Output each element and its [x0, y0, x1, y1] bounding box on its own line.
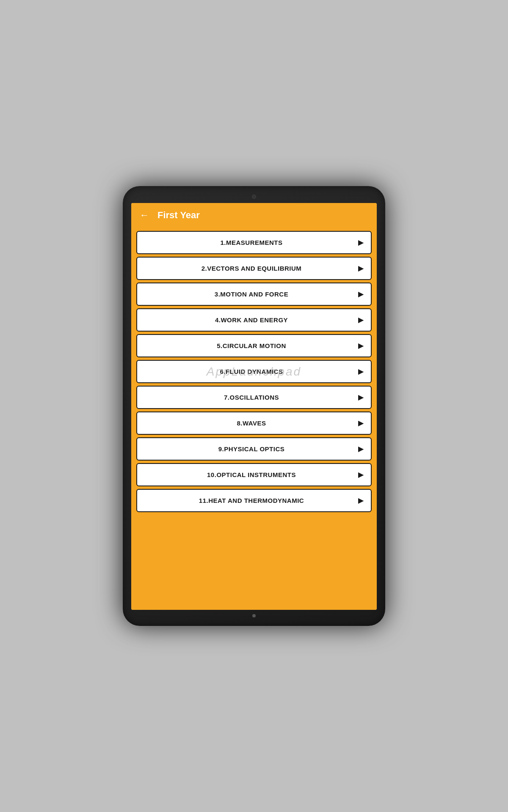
chapter-item[interactable]: 1.MEASUREMENTS▶: [136, 231, 372, 254]
chapter-label: 11.HEAT AND THERMODYNAMIC: [145, 497, 358, 504]
chapter-arrow-icon: ▶: [358, 393, 363, 401]
chapter-arrow-icon: ▶: [358, 445, 363, 453]
chapter-label: 4.WORK AND ENERGY: [145, 316, 358, 324]
chapter-label: 3.MOTION AND FORCE: [145, 291, 358, 298]
chapter-label: 10.OPTICAL INSTRUMENTS: [145, 471, 358, 478]
device-frame: ← First Year 1.MEASUREMENTS▶2.VECTORS AN…: [123, 186, 385, 626]
device-screen: ← First Year 1.MEASUREMENTS▶2.VECTORS AN…: [131, 203, 377, 610]
chapters-list: 1.MEASUREMENTS▶2.VECTORS AND EQUILIBRIUM…: [131, 228, 377, 610]
chapter-label: 2.VECTORS AND EQUILIBRIUM: [145, 265, 358, 272]
chapter-item[interactable]: 5.CIRCULAR MOTION▶: [136, 334, 372, 357]
chapter-label: 7.OSCILLATIONS: [145, 394, 358, 401]
chapter-arrow-icon: ▶: [358, 419, 363, 427]
chapter-item[interactable]: 11.HEAT AND THERMODYNAMIC▶: [136, 489, 372, 512]
chapter-item[interactable]: 9.PHYSICAL OPTICS▶: [136, 437, 372, 461]
home-button[interactable]: [252, 614, 256, 617]
chapter-label: 6.FLUID DYNAMICS: [145, 368, 358, 375]
chapter-arrow-icon: ▶: [358, 342, 363, 350]
chapter-arrow-icon: ▶: [358, 471, 363, 479]
chapter-item[interactable]: AppLaunchpad6.FLUID DYNAMICS▶: [136, 360, 372, 383]
chapter-item[interactable]: 4.WORK AND ENERGY▶: [136, 308, 372, 332]
chapter-item[interactable]: 8.WAVES▶: [136, 411, 372, 435]
chapter-item[interactable]: 10.OPTICAL INSTRUMENTS▶: [136, 463, 372, 486]
chapter-arrow-icon: ▶: [358, 316, 363, 324]
chapter-label: 8.WAVES: [145, 420, 358, 427]
app-header: ← First Year: [131, 203, 377, 228]
chapter-label: 1.MEASUREMENTS: [145, 239, 358, 246]
chapter-arrow-icon: ▶: [358, 368, 363, 376]
chapter-arrow-icon: ▶: [358, 497, 363, 505]
chapter-arrow-icon: ▶: [358, 239, 363, 247]
chapter-item[interactable]: 2.VECTORS AND EQUILIBRIUM▶: [136, 257, 372, 280]
chapter-label: 5.CIRCULAR MOTION: [145, 342, 358, 349]
chapter-arrow-icon: ▶: [358, 264, 363, 272]
camera: [252, 195, 256, 199]
chapter-item[interactable]: 3.MOTION AND FORCE▶: [136, 283, 372, 306]
back-button[interactable]: ←: [140, 210, 149, 221]
chapter-item[interactable]: 7.OSCILLATIONS▶: [136, 386, 372, 409]
chapter-arrow-icon: ▶: [358, 290, 363, 298]
page-title: First Year: [157, 210, 200, 221]
chapter-label: 9.PHYSICAL OPTICS: [145, 445, 358, 453]
